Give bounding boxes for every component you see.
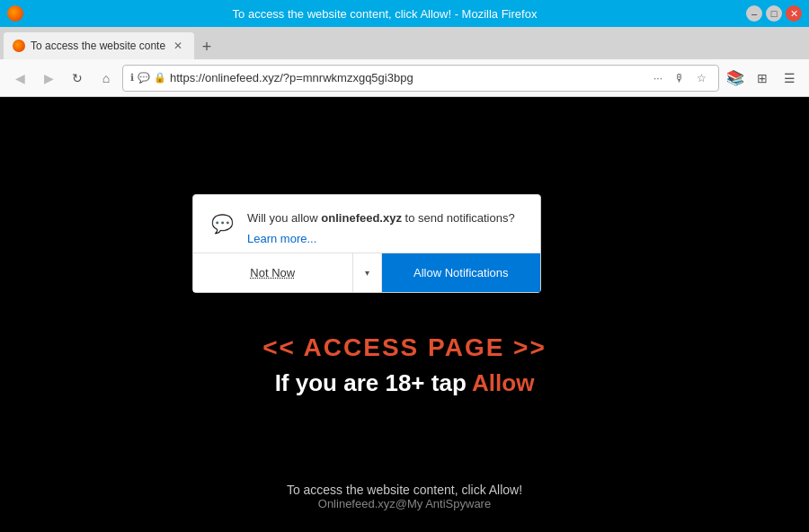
access-subtext-prefix: If you are 18+ tap <box>275 369 472 396</box>
allow-word: Allow <box>472 369 534 396</box>
access-heading: << ACCESS PAGE >> <box>262 333 547 362</box>
tab-bar: To access the website conte ✕ + <box>0 27 809 59</box>
main-content: << ACCESS PAGE >> If you are 18+ tap All… <box>0 97 809 532</box>
title-bar: To access the website content, click All… <box>0 0 809 27</box>
title-bar-text: To access the website content, click All… <box>23 7 746 21</box>
tab-favicon <box>13 40 25 52</box>
close-button[interactable]: ✕ <box>786 5 802 22</box>
reload-button[interactable]: ↻ <box>65 66 90 91</box>
back-button[interactable]: ◀ <box>7 66 32 91</box>
nav-right-buttons: 📚 ⊞ ☰ <box>723 66 802 91</box>
allow-notifications-button[interactable]: Allow Notifications <box>382 253 541 292</box>
footer-line1: To access the website content, click All… <box>287 483 522 497</box>
chat-icon: 💬 <box>138 72 150 84</box>
popup-body: 💬 Will you allow onlinefeed.xyz to send … <box>193 195 540 253</box>
popup-buttons: Not Now ▾ Allow Notifications <box>193 253 540 292</box>
info-icon: ℹ <box>130 72 134 84</box>
popup-message-prefix: Will you allow <box>247 211 321 225</box>
bookmark-button[interactable]: ☆ <box>691 68 711 88</box>
new-tab-button[interactable]: + <box>194 34 219 59</box>
not-now-button[interactable]: Not Now <box>193 253 353 292</box>
access-subtext: If you are 18+ tap Allow <box>275 369 535 397</box>
notification-popup: 💬 Will you allow onlinefeed.xyz to send … <box>192 194 541 293</box>
popup-text: Will you allow onlinefeed.xyz to send no… <box>247 209 526 245</box>
tab-label: To access the website conte <box>31 40 165 52</box>
tab-favicon-icon <box>13 40 25 52</box>
pocket-button[interactable]: 🎙 <box>670 68 689 88</box>
address-more-button[interactable]: ··· <box>648 68 668 88</box>
not-now-dropdown-button[interactable]: ▾ <box>353 253 382 292</box>
popup-domain: onlinefeed.xyz <box>321 211 402 225</box>
notification-bell-icon: 💬 <box>208 209 236 238</box>
title-bar-right-controls[interactable]: – □ ✕ <box>746 5 802 22</box>
firefox-icon <box>7 5 23 22</box>
not-now-label: Not Now <box>250 266 295 279</box>
tab-close-button[interactable]: ✕ <box>171 39 185 53</box>
popup-message-suffix: to send notifications? <box>402 211 515 225</box>
address-text: https://onlinefeed.xyz/?p=mnrwkmzxgq5gi3… <box>170 71 645 84</box>
more-menu-button[interactable]: ☰ <box>777 66 802 91</box>
lock-icon: 🔒 <box>154 72 166 84</box>
nav-bar: ◀ ▶ ↻ ⌂ ℹ 💬 🔒 https://onlinefeed.xyz/?p=… <box>0 59 809 97</box>
side-panel-button[interactable]: ⊞ <box>750 66 775 91</box>
address-actions: ··· 🎙 ☆ <box>648 68 711 88</box>
home-button[interactable]: ⌂ <box>93 66 119 91</box>
learn-more-link[interactable]: Learn more... <box>247 232 526 245</box>
footer-text: To access the website content, click All… <box>287 483 522 510</box>
minimize-button[interactable]: – <box>746 5 762 22</box>
browser-tab[interactable]: To access the website conte ✕ <box>4 32 194 59</box>
library-button[interactable]: 📚 <box>723 66 748 91</box>
popup-message: Will you allow onlinefeed.xyz to send no… <box>247 211 515 225</box>
footer-line2: Onlinefeed.xyz@My AntiSpyware <box>287 497 522 510</box>
address-bar[interactable]: ℹ 💬 🔒 https://onlinefeed.xyz/?p=mnrwkmzx… <box>122 65 719 92</box>
title-bar-left-controls <box>7 5 23 22</box>
content-area: 💬 Will you allow onlinefeed.xyz to send … <box>0 97 809 532</box>
maximize-button[interactable]: □ <box>766 5 782 22</box>
forward-button[interactable]: ▶ <box>36 66 61 91</box>
